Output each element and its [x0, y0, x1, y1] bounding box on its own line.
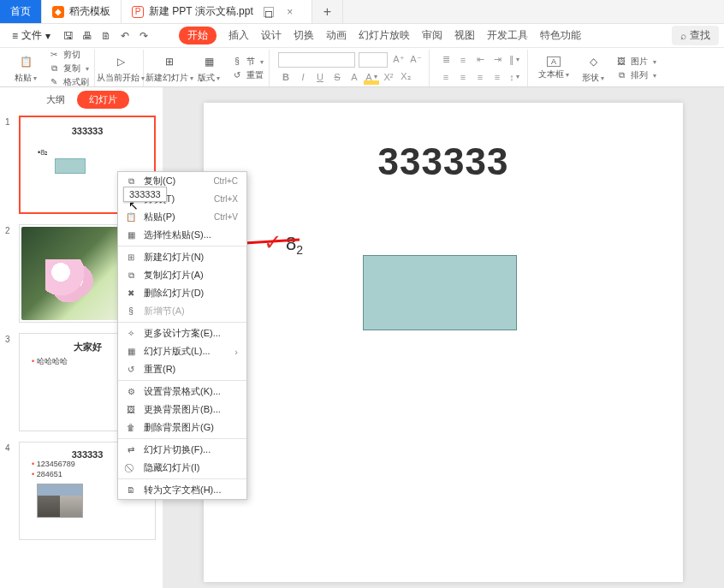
underline-button[interactable]: U: [312, 69, 328, 85]
bold-button[interactable]: B: [278, 69, 294, 85]
cut-button[interactable]: ✂剪切: [48, 49, 89, 61]
ctx-hide[interactable]: ⃠隐藏幻灯片(I): [118, 459, 246, 477]
ctx-del-slide[interactable]: ✖删除幻灯片(D): [118, 284, 246, 302]
gear-icon: ⚙: [125, 386, 137, 398]
tab-template[interactable]: ◆ 稻壳模板: [42, 0, 122, 23]
font-increase-button[interactable]: A⁺: [391, 52, 407, 68]
window-restore-icon[interactable]: ◻: [264, 7, 274, 17]
indent-increase-button[interactable]: ⇥: [490, 52, 505, 68]
textbox-icon: A: [547, 56, 561, 67]
picture-icon: 🖼: [125, 404, 137, 416]
ctx-dup-slide[interactable]: ⧉复制幻灯片(A): [118, 266, 246, 284]
ctx-reset[interactable]: ↺重置(R): [118, 360, 246, 378]
ribbon-tab-start[interactable]: 开始: [179, 27, 217, 45]
italic-button[interactable]: I: [295, 69, 311, 85]
cut-label: 剪切: [63, 49, 80, 61]
template-icon: ◆: [52, 6, 64, 18]
ctx-bg-format[interactable]: ⚙设置背景格式(K)...: [118, 383, 246, 401]
x2-sup-button[interactable]: X²: [381, 69, 396, 85]
section-button[interactable]: §节: [231, 56, 264, 68]
picture-button[interactable]: 🖼图片: [615, 56, 656, 68]
format-painter-button[interactable]: ✎格式刷: [48, 76, 89, 88]
ribbon-tab-slideshow[interactable]: 幻灯片放映: [359, 28, 410, 43]
ctx-new-section: §新增节(A): [118, 302, 246, 320]
numbering-button[interactable]: ≡: [455, 52, 471, 68]
ctx-bg-delete[interactable]: 🗑删除背景图片(G): [118, 419, 246, 437]
tooltip: 333333: [123, 187, 167, 202]
align-right-button[interactable]: ≡: [472, 69, 488, 85]
font-color-button[interactable]: A: [347, 69, 362, 85]
paste-label: 粘贴: [15, 72, 37, 84]
ctx-layout[interactable]: ▦幻灯片版式(L)...: [118, 342, 246, 360]
ctx-paste[interactable]: 📋粘贴(P)Ctrl+V: [118, 208, 246, 226]
checkmark-icon: ✓: [264, 229, 282, 255]
tab-close-icon[interactable]: ×: [279, 6, 301, 18]
ctx-to-text[interactable]: 🗎转为文字文档(H)...: [118, 481, 246, 499]
new-slide-icon: ⊞: [161, 53, 178, 70]
font-size-input[interactable]: [359, 52, 388, 68]
slide-canvas[interactable]: 333333 ✓82: [204, 103, 683, 582]
side-tab-slides[interactable]: 幻灯片: [77, 91, 129, 109]
thumb-number: 2: [5, 224, 14, 323]
ctx-paste-special[interactable]: ▦选择性粘贴(S)...: [118, 226, 246, 244]
ctx-transition[interactable]: ⇄幻灯片切换(F)...: [118, 441, 246, 459]
slide-eight-label[interactable]: ✓82: [264, 229, 303, 257]
x2-sub-button[interactable]: X₂: [398, 69, 413, 85]
textbox-button[interactable]: A 文本框: [537, 50, 571, 86]
ctx-new-slide[interactable]: ⊞新建幻灯片(N): [118, 248, 246, 266]
plus-icon: +: [323, 4, 331, 20]
ribbon-tab-review[interactable]: 审阅: [422, 28, 442, 43]
shapes-button[interactable]: ◇ 形状: [576, 50, 610, 86]
ctx-more-design-label: 更多设计方案(E)...: [144, 327, 221, 340]
highlight-button[interactable]: A: [364, 69, 379, 85]
layout-button[interactable]: ▦ 版式: [192, 50, 226, 86]
ctx-bg-replace[interactable]: 🖼更换背景图片(B)...: [118, 401, 246, 419]
qa-save-icon[interactable]: 🖫: [61, 28, 76, 44]
tab-document[interactable]: P 新建 PPT 演示文稿.ppt ◻ ×: [122, 0, 312, 23]
align-center-button[interactable]: ≡: [455, 69, 471, 85]
line-spacing-button[interactable]: ‖: [507, 52, 522, 68]
align-left-button[interactable]: ≡: [438, 69, 454, 85]
slide-title[interactable]: 333333: [378, 140, 509, 183]
qa-undo-icon[interactable]: ↶: [117, 28, 133, 44]
text-direction-button[interactable]: ↕: [507, 69, 522, 85]
paste-button[interactable]: 📋 粘贴: [9, 50, 43, 86]
qa-print-icon[interactable]: 🖶: [80, 28, 95, 44]
copy-button[interactable]: ⧉复制: [48, 62, 89, 74]
slide-rectangle-shape[interactable]: [363, 255, 517, 330]
ribbon-tab-design[interactable]: 设计: [261, 28, 282, 43]
search-icon: ⌕: [680, 30, 686, 42]
ctx-bg-format-label: 设置背景格式(K)...: [144, 385, 221, 398]
from-current-button[interactable]: ▷ 从当前开始: [104, 50, 138, 86]
indent-decrease-button[interactable]: ⇤: [472, 52, 488, 68]
arrange-label: 排列: [631, 69, 648, 81]
reset-button[interactable]: ↺重置: [231, 69, 264, 81]
tab-new[interactable]: +: [312, 0, 343, 23]
side-tab-outline[interactable]: 大纲: [34, 91, 77, 109]
font-name-input[interactable]: [278, 52, 355, 68]
ribbon-tab-transition[interactable]: 切换: [294, 28, 314, 43]
ribbon-tab-special[interactable]: 特色功能: [540, 28, 581, 43]
align-justify-button[interactable]: ≡: [490, 69, 505, 85]
ribbon-tab-animation[interactable]: 动画: [326, 28, 347, 43]
font-decrease-button[interactable]: A⁻: [408, 52, 424, 68]
arrange-button[interactable]: ⧉排列: [615, 69, 656, 81]
qa-redo-icon[interactable]: ↷: [136, 28, 151, 44]
ribbon-tab-insert[interactable]: 插入: [228, 28, 249, 43]
new-slide-button[interactable]: ⊞ 新建幻灯片: [152, 50, 187, 86]
document-tabbar: 首页 ◆ 稻壳模板 P 新建 PPT 演示文稿.ppt ◻ × +: [0, 0, 724, 24]
transition-icon: ⇄: [125, 444, 137, 456]
ctx-bg-delete-label: 删除背景图片(G): [144, 421, 214, 434]
ribbon-tab-dev[interactable]: 开发工具: [487, 28, 528, 43]
ctx-more-design[interactable]: ✧更多设计方案(E)...: [118, 324, 246, 342]
ribbon-tab-view[interactable]: 视图: [454, 28, 475, 43]
search-button[interactable]: ⌕ 查找: [672, 26, 719, 45]
qa-preview-icon[interactable]: 🗎: [98, 28, 114, 44]
tab-home[interactable]: 首页: [0, 0, 42, 23]
hamburger-button[interactable]: ≡ 文件 ▾: [5, 27, 57, 45]
play-icon: ▷: [112, 53, 129, 70]
strike-button[interactable]: S: [329, 69, 345, 85]
search-label: 查找: [690, 28, 710, 43]
thumb-number: 1: [5, 116, 14, 214]
bullets-button[interactable]: ≣: [438, 52, 454, 68]
